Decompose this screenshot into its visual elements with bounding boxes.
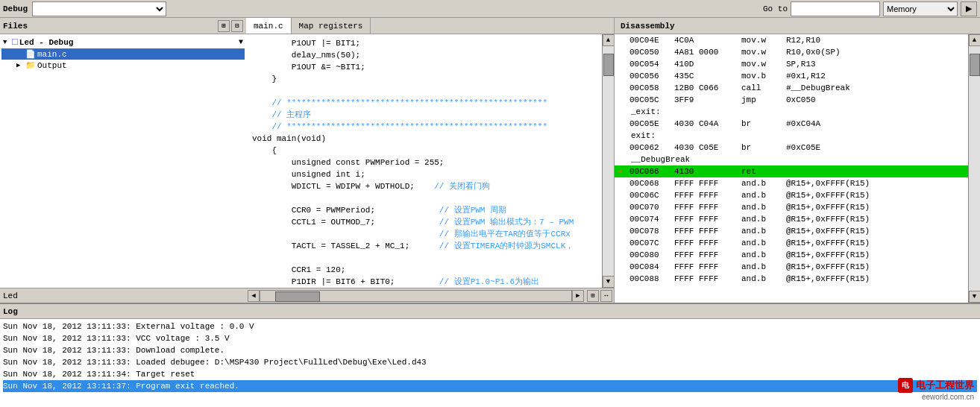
tree-item-mainc[interactable]: 📄 main.c (1, 48, 245, 60)
files-title: Files (3, 22, 28, 31)
disasm-line: 00C07C FFFF FFFF and.b @R15+,0xFFFF(R15) (615, 237, 968, 249)
horiz-thumb (275, 291, 320, 302)
disasm-label-debugbreak: __DebugBreak (615, 154, 968, 165)
center-panel: main.c Map registers P1OUT |= BIT1; dela… (246, 18, 615, 303)
code-vert-scroll[interactable]: ▲ ▼ (602, 34, 614, 288)
disassembly-title: Disassembly (621, 22, 675, 31)
scroll-down-btn[interactable]: ▼ (603, 276, 615, 288)
scroll-thumb (603, 54, 614, 76)
right-panel: Disassembly 00C04E 4C0A mov.w R12,R10 00… (615, 18, 980, 303)
files-icon-1[interactable]: ⊞ (218, 20, 230, 32)
mainc-label: main.c (37, 50, 67, 59)
code-line: TACTL = TASSEL_2 + MC_1; // 设置TIMERA的时钟源… (246, 240, 602, 252)
code-line (246, 192, 602, 204)
log-entry: Sun Nov 18, 2012 13:11:33: External volt… (3, 321, 977, 332)
code-area[interactable]: P1OUT |= BIT1; delay_nms(50); P1OUT &= ~… (246, 34, 602, 288)
scroll-up-btn[interactable]: ▲ (603, 34, 615, 46)
disasm-line: 00C074 FFFF FFFF and.b @R15+,0xFFFF(R15) (615, 213, 968, 225)
file-icon: 📄 (25, 49, 36, 59)
project-icon: □ (12, 37, 18, 48)
disasm-line: 00C05E 4030 C04A br #0xC04A (615, 118, 968, 130)
code-line: unsigned int i; (246, 168, 602, 180)
folder-icon: 📁 (25, 60, 36, 70)
log-header: Log (0, 304, 980, 319)
disasm-area[interactable]: 00C04E 4C0A mov.w R12,R10 00C050 4A81 00… (615, 34, 968, 303)
debug-bar: Debug Go to Memory ▶ (0, 0, 980, 18)
horiz-scrollbar[interactable] (260, 290, 572, 302)
disasm-label-exit2: exit: (615, 130, 968, 142)
middle-section: Files ⊞ ⊟ ▼ □ Led - Debug ▼ 📄 (0, 18, 980, 303)
code-line: CCR0 = PWMPeriod; // 设置PWM 周期 (246, 204, 602, 216)
code-line: // 主程序 (246, 109, 602, 121)
disasm-line: 00C050 4A81 0000 mov.w R10,0x0(SP) (615, 46, 968, 58)
project-arrow: ▼ (239, 38, 243, 46)
disasm-line: 00C068 FFFF FFFF and.b @R15+,0xFFFF(R15) (615, 177, 968, 189)
disasm-line: 00C078 FFFF FFFF and.b @R15+,0xFFFF(R15) (615, 225, 968, 237)
tree-item-output[interactable]: ▶ 📁 Output (1, 60, 245, 71)
log-area[interactable]: Sun Nov 18, 2012 13:11:33: External volt… (0, 319, 980, 407)
code-line: unsigned const PWMPeriod = 255; (246, 157, 602, 168)
project-label: Led - Debug (19, 38, 74, 47)
scroll-track (603, 46, 615, 276)
code-line: CCTL1 = OUTMOD_7; // 设置PWM 输出模式为：7 – PWM (246, 216, 602, 228)
expand-icon: ▼ (3, 39, 10, 46)
center-tabs: main.c Map registers (246, 18, 614, 34)
disasm-vert-scroll[interactable]: ▲ ▼ (968, 34, 980, 303)
log-entry: Sun Nov 18, 2012 13:11:33: VCC voltage :… (3, 332, 977, 344)
goto-input[interactable] (791, 1, 880, 16)
debug-select[interactable] (32, 1, 166, 16)
disasm-line: 00C062 4030 C05E br #0xC05E (615, 142, 968, 154)
disasm-line: 00C058 12B0 C066 call #__DebugBreak (615, 82, 968, 94)
disasm-label-exit: _exit: (615, 106, 968, 118)
code-line (246, 85, 602, 97)
right-content: 00C04E 4C0A mov.w R12,R10 00C050 4A81 00… (615, 34, 980, 303)
code-line: P1DIR |= BIT6 + BIT0; // 设置P1.0~P1.6为输出 (246, 276, 602, 288)
left-panel: Files ⊞ ⊟ ▼ □ Led - Debug ▼ 📄 (0, 18, 246, 303)
code-scrollbar-bottom: ◀ ▶ ⊞ ↔ (246, 288, 614, 303)
log-entry: Sun Nov 18, 2012 13:11:34: Target reset (3, 368, 977, 380)
goto-dropdown[interactable]: Memory (883, 1, 958, 16)
bottom-panel: Log Sun Nov 18, 2012 13:11:33: External … (0, 303, 980, 407)
panel-bottom-bar: Led (0, 288, 246, 303)
disasm-scroll-track (969, 46, 981, 291)
log-entry: Sun Nov 18, 2012 13:11:33: Download comp… (3, 344, 977, 356)
file-tree: ▼ □ Led - Debug ▼ 📄 main.c ▶ 📁 Output (0, 34, 246, 288)
logo-row: 电 电子工程世界 (898, 378, 974, 393)
disasm-scroll-thumb (970, 54, 980, 76)
code-line: // *************************************… (246, 121, 602, 133)
log-entry-highlight: Sun Nov 18, 2012 13:11:37: Program exit … (3, 380, 977, 392)
code-line: WDICTL = WDIPW + WDTHOLD; // 关闭看门狗 (246, 180, 602, 192)
goto-button[interactable]: ▶ (961, 1, 977, 16)
disasm-scroll-up[interactable]: ▲ (969, 34, 981, 46)
goto-label: Go to (763, 4, 788, 13)
tab-mainc[interactable]: main.c (246, 18, 292, 34)
scroll-left-btn[interactable]: ◀ (248, 290, 260, 302)
output-label: Output (37, 61, 67, 70)
tab-map[interactable]: Map registers (292, 18, 371, 34)
files-header-icons: ⊞ ⊟ (218, 20, 243, 32)
disasm-scroll-down[interactable]: ▼ (969, 291, 981, 303)
disasm-line: 00C088 FFFF FFFF and.b @R15+,0xFFFF(R15) (615, 273, 968, 285)
tree-item-project[interactable]: ▼ □ Led - Debug ▼ (1, 36, 245, 48)
code-line: // *************************************… (246, 97, 602, 109)
main-container: Debug Go to Memory ▶ Files ⊞ ⊟ (0, 0, 980, 407)
scroll-right-btn[interactable]: ▶ (572, 290, 584, 302)
files-icon-2[interactable]: ⊟ (231, 20, 243, 32)
code-line: P1OUT |= BIT1; (246, 37, 602, 49)
logo-box: 电 电子工程世界 eeworld.com.cn (898, 378, 974, 401)
goto-icon: ▶ (966, 4, 972, 13)
log-title: Log (3, 307, 18, 316)
disasm-line: 00C070 FFFF FFFF and.b @R15+,0xFFFF(R15) (615, 201, 968, 213)
code-content: P1OUT |= BIT1; delay_nms(50); P1OUT &= ~… (246, 34, 602, 288)
code-line: delay_nms(50); (246, 49, 602, 61)
logo-sub: eeworld.com.cn (922, 393, 974, 401)
disasm-line-highlighted: ⇒ 00C066 4130 ret (615, 165, 968, 177)
code-line: void main(void) (246, 133, 602, 145)
scroll-extra-btns: ⊞ ↔ (587, 290, 612, 302)
code-line: { (246, 145, 602, 157)
led-label: Led (3, 291, 18, 300)
fit-btn[interactable]: ↔ (600, 290, 612, 302)
debug-title: Debug (3, 4, 28, 13)
zoom-btn[interactable]: ⊞ (587, 290, 599, 302)
output-expand: ▶ (16, 61, 24, 69)
